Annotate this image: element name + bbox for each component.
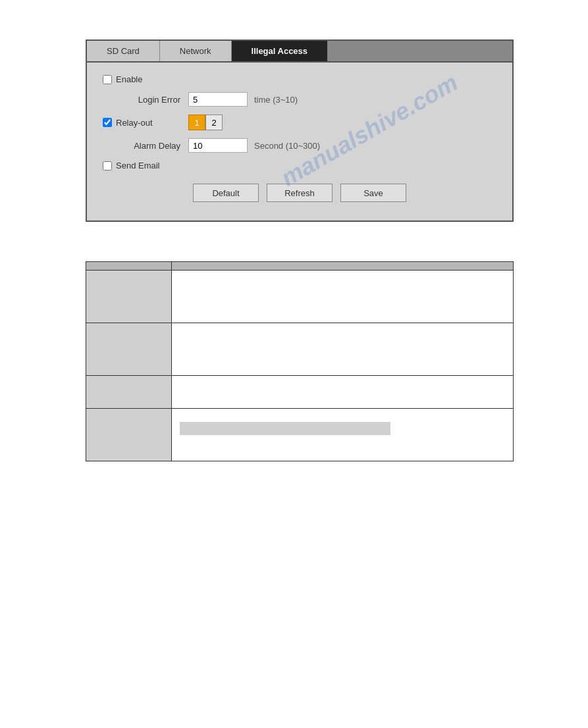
table-header-row <box>86 262 514 271</box>
enable-label[interactable]: Enable <box>103 74 188 84</box>
table-cell-left-2 <box>86 323 172 376</box>
tab-bar: SD Card Network Illegal Access <box>87 41 512 63</box>
save-button[interactable]: Save <box>340 184 406 202</box>
alarm-delay-row: Alarm Delay Second (10~300) <box>103 138 496 153</box>
enable-text: Enable <box>116 74 142 84</box>
send-email-checkbox[interactable] <box>103 161 112 170</box>
enable-row: Enable <box>103 74 496 84</box>
send-email-row: Send Email <box>103 161 496 170</box>
refresh-button[interactable]: Refresh <box>267 184 333 202</box>
relay-btn-2[interactable]: 2 <box>205 115 223 130</box>
alarm-delay-input[interactable] <box>188 138 248 153</box>
send-email-text: Send Email <box>116 161 159 170</box>
gray-bar <box>180 422 390 435</box>
relay-out-row: Relay-out 1 2 <box>103 115 496 130</box>
table-cell-right-2 <box>172 323 514 376</box>
table-header-col2 <box>172 262 514 271</box>
table-header-col1 <box>86 262 172 271</box>
login-error-label: Login Error <box>103 95 188 105</box>
login-error-input[interactable] <box>188 92 248 107</box>
relay-buttons: 1 2 <box>188 115 223 130</box>
bottom-table <box>86 261 514 461</box>
send-email-label[interactable]: Send Email <box>103 161 188 170</box>
table-row <box>86 376 514 409</box>
table-row <box>86 323 514 376</box>
table-cell-right-1 <box>172 271 514 323</box>
table-cell-left-3 <box>86 376 172 409</box>
button-row: Default Refresh Save <box>103 184 496 202</box>
illegal-access-panel: SD Card Network Illegal Access Enable Lo… <box>86 39 514 222</box>
login-error-row: Login Error time (3~10) <box>103 92 496 107</box>
login-error-hint: time (3~10) <box>254 95 298 105</box>
table-cell-left-1 <box>86 271 172 323</box>
alarm-delay-hint: Second (10~300) <box>254 141 320 151</box>
table-row <box>86 409 514 461</box>
default-button[interactable]: Default <box>193 184 259 202</box>
relay-out-checkbox[interactable] <box>103 118 112 127</box>
tab-sd-card[interactable]: SD Card <box>87 41 160 61</box>
panel-body: Enable Login Error time (3~10) Relay-out… <box>87 63 512 221</box>
relay-out-label[interactable]: Relay-out <box>103 118 188 128</box>
tab-illegal-access[interactable]: Illegal Access <box>232 41 329 61</box>
table-cell-right-4 <box>172 409 514 461</box>
relay-btn-1[interactable]: 1 <box>188 115 205 130</box>
table-cell-right-3 <box>172 376 514 409</box>
relay-out-text: Relay-out <box>116 118 153 128</box>
alarm-delay-label: Alarm Delay <box>103 141 188 151</box>
table-cell-left-4 <box>86 409 172 461</box>
enable-checkbox[interactable] <box>103 75 112 84</box>
tab-network[interactable]: Network <box>160 41 232 61</box>
table-row <box>86 271 514 323</box>
